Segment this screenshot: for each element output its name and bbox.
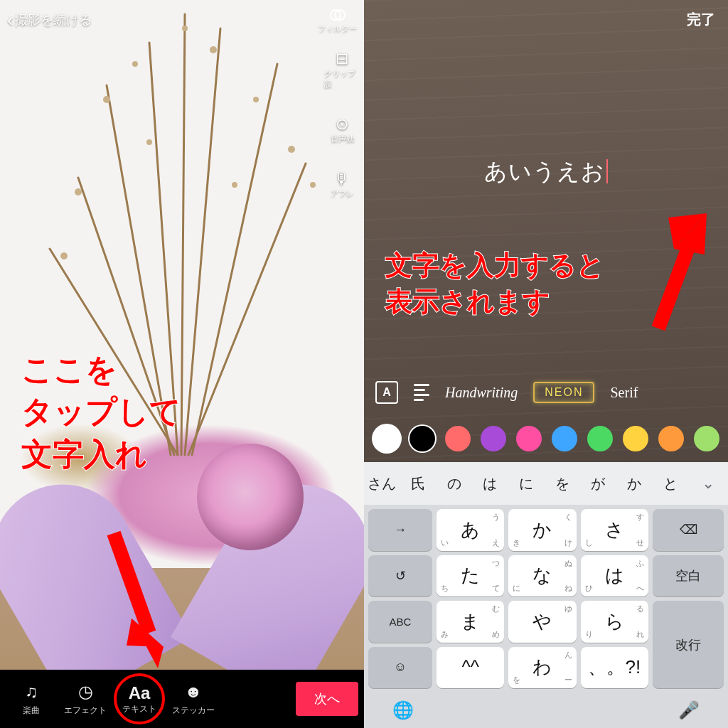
- keyboard-footer: 🌐 🎤: [364, 692, 728, 728]
- undo-key[interactable]: ↺: [368, 555, 432, 597]
- text-input-display[interactable]: あいうえお: [364, 156, 728, 188]
- color-swatch[interactable]: [552, 426, 577, 451]
- abc-key[interactable]: ABC: [368, 601, 432, 643]
- return-key[interactable]: 改行: [653, 601, 724, 688]
- prediction-item[interactable]: 氏: [400, 474, 437, 493]
- voice-effect-button[interactable]: ⊙音声効: [324, 115, 360, 144]
- key[interactable]: はふひへ: [581, 555, 648, 597]
- prediction-item[interactable]: と: [652, 474, 688, 493]
- prediction-item[interactable]: は: [472, 474, 508, 493]
- emoji-key[interactable]: ☺: [368, 647, 432, 689]
- pink-flower: [197, 444, 304, 550]
- text-style-row: A Handwriting NEON Serif: [364, 375, 728, 410]
- filter-button[interactable]: フィルター: [318, 6, 357, 34]
- delete-key[interactable]: ⌫: [653, 509, 724, 551]
- sticker-button[interactable]: ☻ステッカー: [168, 682, 219, 717]
- left-arrow-icon: [92, 526, 178, 675]
- text-button[interactable]: Aa テキスト: [114, 673, 165, 724]
- clip-icon: ⊟: [336, 50, 348, 68]
- style-neon[interactable]: NEON: [533, 382, 594, 403]
- left-annotation: ここを タップして 文字入れ: [21, 348, 181, 475]
- bottom-toolbar: ♫楽曲 ◷エフェクト Aa テキスト ☻ステッカー 次へ: [0, 670, 364, 728]
- back-chevron-icon[interactable]: ‹: [7, 9, 14, 31]
- text-cursor: [606, 159, 608, 183]
- keyboard: さん氏のはにをがかと⌄ →あういえかくきけさすしせ⌫↺たつちてなぬにねはふひへ空…: [364, 462, 728, 728]
- color-swatch[interactable]: [516, 426, 542, 451]
- prediction-bar: さん氏のはにをがかと⌄: [364, 462, 728, 505]
- prediction-collapse-icon[interactable]: ⌄: [688, 474, 728, 493]
- text-highlight-circle: Aa テキスト: [114, 673, 165, 724]
- color-swatch[interactable]: [623, 426, 648, 451]
- left-screen: ‹ 撮影を続ける フィルター ⊟クリップ設 ⊙音声効 🎙アフレ ここを タップし…: [0, 0, 364, 728]
- style-serif[interactable]: Serif: [610, 385, 638, 401]
- key[interactable]: さすしせ: [581, 509, 648, 551]
- music-button[interactable]: ♫楽曲: [6, 682, 57, 717]
- color-swatch[interactable]: [481, 426, 506, 451]
- filter-icon: [329, 6, 346, 23]
- right-arrow-icon: [637, 193, 715, 336]
- prediction-item[interactable]: の: [436, 474, 472, 493]
- color-swatch-row: [364, 421, 728, 456]
- space-key[interactable]: 空白: [653, 555, 724, 597]
- key-grid: →あういえかくきけさすしせ⌫↺たつちてなぬにねはふひへ空白ABCまむみめやゆらる…: [364, 505, 728, 692]
- color-swatch[interactable]: [658, 426, 684, 451]
- next-button[interactable]: 次へ: [296, 682, 358, 716]
- align-button[interactable]: [414, 384, 429, 401]
- prediction-item[interactable]: に: [508, 474, 545, 493]
- key[interactable]: なぬにね: [508, 555, 576, 597]
- key[interactable]: やゆ: [508, 601, 576, 643]
- prediction-item[interactable]: が: [580, 474, 616, 493]
- style-background-toggle[interactable]: A: [375, 381, 398, 404]
- color-swatch[interactable]: [445, 426, 471, 451]
- key[interactable]: あういえ: [437, 509, 504, 551]
- mic-icon: 🎙: [334, 170, 350, 188]
- key[interactable]: まむみめ: [437, 601, 504, 643]
- color-swatch[interactable]: [410, 426, 435, 451]
- color-swatch[interactable]: [374, 426, 400, 451]
- prediction-item[interactable]: か: [616, 474, 653, 493]
- key[interactable]: ^^: [437, 647, 504, 689]
- voice-icon: ⊙: [336, 115, 348, 134]
- music-icon: ♫: [25, 682, 38, 702]
- key[interactable]: らるりれ: [581, 601, 648, 643]
- right-screen: 完了 あいうえお 文字を入力すると 表示されます A Handwriting N…: [364, 0, 728, 728]
- done-button[interactable]: 完了: [687, 10, 715, 29]
- prediction-item[interactable]: を: [544, 474, 580, 493]
- smiley-icon: ☻: [184, 682, 202, 702]
- arrow-key[interactable]: →: [368, 509, 432, 551]
- mic-key-icon[interactable]: 🎤: [678, 700, 700, 720]
- text-aa-icon: Aa: [129, 683, 151, 703]
- prediction-item[interactable]: さん: [364, 474, 400, 493]
- afureko-button[interactable]: 🎙アフレ: [324, 170, 360, 199]
- key[interactable]: 、。?!: [581, 647, 648, 689]
- style-handwriting[interactable]: Handwriting: [445, 385, 518, 401]
- key[interactable]: たつちて: [437, 555, 504, 597]
- side-toolbar: ⊟クリップ設 ⊙音声効 🎙アフレ: [324, 50, 360, 199]
- left-header: ‹ 撮影を続ける フィルター: [0, 6, 364, 34]
- clip-settings-button[interactable]: ⊟クリップ設: [324, 50, 360, 90]
- key[interactable]: かくきけ: [508, 509, 576, 551]
- continue-shoot-label[interactable]: 撮影を続ける: [15, 11, 318, 28]
- clock-icon: ◷: [78, 682, 93, 702]
- color-swatch[interactable]: [587, 426, 613, 451]
- effect-button[interactable]: ◷エフェクト: [60, 682, 111, 717]
- right-annotation: 文字を入力すると 表示されます: [385, 247, 604, 321]
- key[interactable]: わんをー: [508, 647, 576, 689]
- globe-icon[interactable]: 🌐: [392, 700, 414, 720]
- color-swatch[interactable]: [694, 426, 719, 451]
